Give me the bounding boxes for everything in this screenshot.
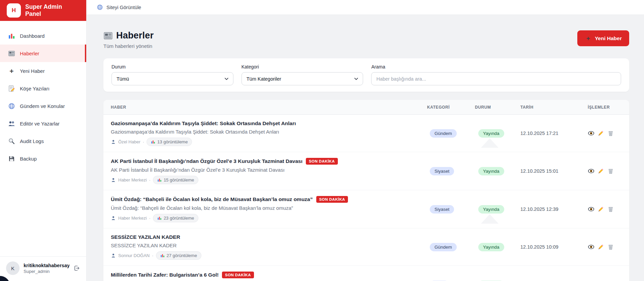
news-subtitle: SESSİZCE YAZILAN KADER xyxy=(111,243,427,248)
eye-icon xyxy=(588,206,594,213)
table-row: Gaziosmanpaşa’da Kaldırım Taşıyla Şiddet… xyxy=(103,115,629,152)
pencil-icon xyxy=(598,130,604,137)
sidebar-item-audit-logs[interactable]: Audit Logs xyxy=(0,132,86,150)
sidebar-item-kose-yazilari[interactable]: Köşe Yazıları xyxy=(0,80,86,97)
news-table: HABER KATEGORİ DURUM TARİH İŞLEMLER Gazi… xyxy=(103,100,629,281)
status-badge: Yayında xyxy=(478,129,504,138)
sidebar-item-yeni-haber[interactable]: + Yeni Haber xyxy=(0,62,86,80)
page-header: Haberler Tüm haberleri yönetin + Yeni Ha… xyxy=(103,30,629,49)
brand-logo: H xyxy=(7,3,21,18)
category-badge: Siyaset xyxy=(430,205,454,214)
bar-chart-icon xyxy=(157,216,162,220)
edit-button[interactable] xyxy=(598,206,604,213)
chevron-down-icon xyxy=(225,78,228,80)
sidebar-item-gundem-ve-konular[interactable]: Gündem ve Konular xyxy=(0,97,86,115)
table-row: SESSİZCE YAZILAN KADER SON DAKİKA SESSİZ… xyxy=(103,228,629,266)
sidebar-item-label: Haberler xyxy=(20,51,39,56)
sidebar-item-label: Gündem ve Konular xyxy=(20,103,65,109)
sidebar-item-editor-ve-yazarlar[interactable]: Editör ve Yazarlar xyxy=(0,115,86,132)
globe-icon xyxy=(8,103,15,110)
trash-icon xyxy=(607,206,614,213)
app-title: Super Admin Panel xyxy=(25,3,79,18)
breaking-badge: SON DAKİKA xyxy=(316,196,348,203)
sidebar-item-label: Köşe Yazıları xyxy=(20,86,50,91)
news-title: AK Parti İstanbul İl Başkanlığı’ndan Özg… xyxy=(111,158,302,164)
pencil-icon xyxy=(598,168,604,174)
view-button[interactable] xyxy=(588,130,594,137)
user-panel: K kritiknoktahabersayfa... Super_admin xyxy=(0,256,86,281)
avatar: K xyxy=(6,261,20,275)
eye-icon xyxy=(588,168,594,174)
search-label: Arama xyxy=(371,64,621,69)
eye-icon xyxy=(588,130,594,137)
eye-icon xyxy=(588,244,594,250)
person-icon xyxy=(111,139,116,144)
sidebar-item-label: Dashboard xyxy=(20,33,44,39)
floppy-icon xyxy=(8,155,15,162)
views-badge: 23 görüntüleme xyxy=(153,214,198,222)
person-icon xyxy=(111,177,116,182)
page-title: Haberler xyxy=(116,30,154,41)
delete-button[interactable] xyxy=(607,244,614,250)
view-button[interactable] xyxy=(588,244,594,250)
sidebar-item-backup[interactable]: Backup xyxy=(0,150,86,167)
table-header-row: HABER KATEGORİ DURUM TARİH İŞLEMLER xyxy=(103,100,629,115)
views-badge: 27 görüntüleme xyxy=(156,251,201,260)
status-select[interactable]: Tümü xyxy=(111,72,233,85)
view-site-link[interactable]: Siteyi Görüntüle xyxy=(97,4,141,10)
category-filter-label: Kategori xyxy=(242,64,363,69)
plus-icon: + xyxy=(585,35,592,42)
news-subtitle: Ümit Özdağ: “Bahçeli ile Öcalan kol kola… xyxy=(111,205,427,211)
pencil-icon xyxy=(598,244,604,250)
newspaper-icon xyxy=(103,31,113,40)
breaking-badge: SON DAKİKA xyxy=(222,272,254,278)
main-content: Haberler Tüm haberleri yönetin + Yeni Ha… xyxy=(87,15,644,281)
sidebar-item-label: Editör ve Yazarlar xyxy=(20,121,60,127)
view-button[interactable] xyxy=(588,168,594,174)
views-badge: 15 görüntüleme xyxy=(153,176,198,184)
memo-pencil-icon xyxy=(8,85,15,92)
new-news-button[interactable]: + Yeni Haber xyxy=(577,30,629,46)
table-row: Ümit Özdağ: “Bahçeli ile Öcalan kol kola… xyxy=(103,190,629,228)
news-author: Haber Merkezi xyxy=(118,177,147,182)
bar-chart-icon xyxy=(160,253,165,258)
news-title: Millilerden Tarihi Zafer: Bulgaristan’a … xyxy=(111,272,219,278)
edit-button[interactable] xyxy=(598,168,604,174)
sidebar-item-haberler[interactable]: Haberler xyxy=(0,45,86,62)
news-date: 12.10.2025 10:09 xyxy=(520,244,588,250)
sidebar-item-dashboard[interactable]: Dashboard xyxy=(0,27,86,45)
col-header-tarih: TARİH xyxy=(520,105,588,110)
news-subtitle: Gaziosmanpaşa’da Kaldırım Taşıyla Şiddet… xyxy=(111,129,427,135)
category-badge: Siyaset xyxy=(430,167,454,175)
person-icon xyxy=(111,253,116,258)
sidebar-item-label: Audit Logs xyxy=(20,138,44,144)
globe-icon xyxy=(97,4,103,10)
tooltip-arrow xyxy=(481,138,498,148)
view-button[interactable] xyxy=(588,206,594,213)
bar-chart-icon xyxy=(157,178,162,182)
search-input[interactable] xyxy=(371,72,621,85)
edit-button[interactable] xyxy=(598,244,604,250)
logout-icon[interactable] xyxy=(73,265,80,272)
topbar: Siteyi Görüntüle xyxy=(87,0,644,15)
edit-button[interactable] xyxy=(598,130,604,137)
news-date: 12.10.2025 17:21 xyxy=(520,131,588,136)
tooltip-arrow xyxy=(481,214,498,224)
user-name: kritiknoktahabersayfa... xyxy=(24,263,69,268)
status-filter-label: Durum xyxy=(111,64,233,69)
sidebar-nav: Dashboard Haberler + Yeni Haber Köşe Yaz… xyxy=(0,21,86,167)
table-row: AK Parti İstanbul İl Başkanlığı’ndan Özg… xyxy=(103,152,629,190)
news-title: Gaziosmanpaşa’da Kaldırım Taşıyla Şiddet… xyxy=(111,120,296,127)
delete-button[interactable] xyxy=(607,130,614,137)
status-badge: Yayında xyxy=(478,243,504,251)
col-header-haber: HABER xyxy=(111,105,427,110)
news-author: Haber Merkezi xyxy=(118,216,147,221)
bar-chart-icon xyxy=(151,140,155,144)
sidebar-item-label: Backup xyxy=(20,156,37,162)
chevron-down-icon xyxy=(354,78,358,80)
delete-button[interactable] xyxy=(607,168,614,174)
category-select[interactable]: Tüm Kategoriler xyxy=(242,72,363,85)
category-badge: Gündem xyxy=(430,129,457,138)
news-date: 12.10.2025 12:39 xyxy=(520,206,588,212)
delete-button[interactable] xyxy=(607,206,614,213)
